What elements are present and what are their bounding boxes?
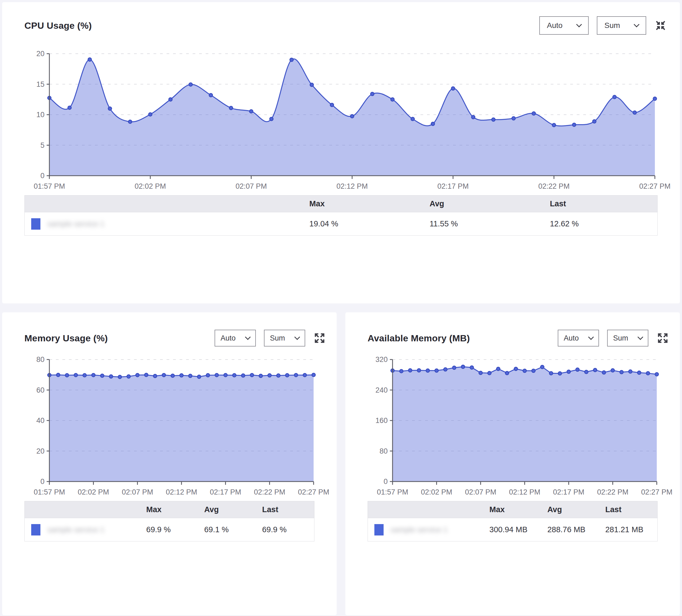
memory-interval-select[interactable]: Auto [214,330,256,347]
avg-value: 11.55 % [430,212,550,236]
cpu-aggregation-select-value: Sum [605,21,620,30]
max-value: 19.04 % [309,212,429,236]
svg-text:320: 320 [376,355,388,363]
available-memory-panel: Available Memory (MB) Auto Sum [345,312,680,615]
svg-text:02:22 PM: 02:22 PM [254,488,286,496]
svg-text:0: 0 [40,477,45,485]
cpu-interval-select[interactable]: Auto [539,16,589,35]
available-memory-panel-header: Available Memory (MB) Auto Sum [345,312,680,347]
memory-usage-chart[interactable]: 02040608001:57 PM02:02 PM02:07 PM02:12 P… [24,356,317,499]
svg-text:02:07 PM: 02:07 PM [122,488,153,496]
chevron-down-icon [294,334,300,340]
svg-text:02:17 PM: 02:17 PM [553,488,585,496]
cpu-interval-select-value: Auto [547,21,563,30]
table-row[interactable]: sample service 1 300.94 MB 288.76 MB 281… [368,518,658,541]
svg-text:80: 80 [36,355,45,363]
chevron-down-icon [588,334,594,340]
chevron-down-icon [637,334,643,340]
available-memory-panel-controls: Auto Sum [558,330,669,347]
last-value: 281.21 MB [605,518,657,541]
svg-text:02:27 PM: 02:27 PM [298,488,329,496]
avg-column-header: Avg [204,501,262,518]
svg-text:02:22 PM: 02:22 PM [597,488,629,496]
svg-text:02:02 PM: 02:02 PM [421,488,453,496]
svg-text:15: 15 [36,80,45,88]
available-memory-aggregation-select[interactable]: Sum [607,330,649,347]
svg-text:02:02 PM: 02:02 PM [135,182,166,190]
memory-panel-header: Memory Usage (%) Auto Sum [2,312,337,347]
svg-text:10: 10 [36,111,45,119]
expand-icon[interactable] [313,332,326,344]
table-row[interactable]: sample service 1 69.9 % 69.1 % 69.9 % [25,518,314,541]
available-memory-chart-area: 08016024032001:57 PM02:02 PM02:07 PM02:1… [345,356,680,499]
memory-panel-controls: Auto Sum [214,330,326,347]
series-color-swatch [31,524,40,536]
cpu-aggregation-select[interactable]: Sum [597,16,646,35]
avg-column-header: Avg [547,501,606,518]
series-label-redacted: sample service 1 [47,220,105,228]
available-memory-interval-select-value: Auto [564,334,579,342]
svg-text:160: 160 [376,417,388,425]
series-legend: sample service 1 [25,524,146,536]
max-column-header: Max [309,195,429,212]
svg-text:02:12 PM: 02:12 PM [509,488,540,496]
cpu-summary-table: Max Avg Last sample service 1 19.04 % 11… [24,195,658,236]
svg-text:5: 5 [40,141,45,149]
series-color-swatch [31,218,40,230]
cpu-usage-chart[interactable]: 0510152001:57 PM02:02 PM02:07 PM02:12 PM… [24,50,659,193]
series-legend: sample service 1 [368,524,490,536]
max-value: 300.94 MB [490,518,547,541]
avg-value: 69.1 % [204,518,262,541]
memory-usage-panel: Memory Usage (%) Auto Sum 0204 [2,312,337,615]
svg-text:80: 80 [380,447,388,455]
svg-text:02:27 PM: 02:27 PM [639,182,670,190]
series-label-redacted: sample service 1 [391,525,448,534]
cpu-usage-panel: CPU Usage (%) Auto Sum 0510152001:57 PM0… [2,2,680,303]
max-column-header: Max [146,501,204,518]
svg-text:20: 20 [36,50,45,58]
table-row[interactable]: sample service 1 19.04 % 11.55 % 12.62 % [25,212,658,236]
memory-panel-title: Memory Usage (%) [24,333,214,343]
max-value: 69.9 % [146,518,204,541]
svg-text:0: 0 [40,172,45,180]
memory-aggregation-select-value: Sum [270,334,285,342]
svg-text:02:27 PM: 02:27 PM [641,488,673,496]
available-memory-panel-title: Available Memory (MB) [368,333,558,343]
svg-text:02:17 PM: 02:17 PM [210,488,242,496]
svg-text:60: 60 [36,386,45,394]
svg-text:240: 240 [376,386,388,394]
table-header-row: Max Avg Last [25,501,314,518]
memory-interval-select-value: Auto [221,334,236,342]
avg-column-header: Avg [430,195,550,212]
svg-text:20: 20 [36,447,45,455]
svg-text:0: 0 [384,477,388,485]
collapse-icon[interactable] [654,19,667,32]
last-value: 12.62 % [550,212,658,236]
series-legend: sample service 1 [25,218,309,230]
expand-icon[interactable] [657,332,669,344]
max-column-header: Max [490,501,547,518]
cpu-panel-header: CPU Usage (%) Auto Sum [2,2,680,35]
memory-aggregation-select[interactable]: Sum [264,330,305,347]
cpu-panel-controls: Auto Sum [539,16,667,35]
available-memory-chart[interactable]: 08016024032001:57 PM02:02 PM02:07 PM02:1… [368,356,661,499]
svg-text:02:07 PM: 02:07 PM [235,182,267,190]
available-memory-aggregation-select-value: Sum [613,334,628,342]
svg-text:02:17 PM: 02:17 PM [437,182,469,190]
last-value: 69.9 % [262,518,314,541]
svg-text:02:22 PM: 02:22 PM [538,182,570,190]
last-column-header: Last [550,195,658,212]
series-label-redacted: sample service 1 [47,525,105,534]
available-memory-interval-select[interactable]: Auto [558,330,599,347]
cpu-chart-area: 0510152001:57 PM02:02 PM02:07 PM02:12 PM… [2,50,680,193]
last-column-header: Last [262,501,314,518]
chevron-down-icon [576,21,582,27]
chevron-down-icon [245,334,251,340]
svg-text:01:57 PM: 01:57 PM [33,488,65,496]
svg-text:40: 40 [36,417,45,425]
page-title: CPU Usage (%) [24,20,539,31]
bottom-panels-row: Memory Usage (%) Auto Sum 0204 [2,312,680,615]
table-header-row: Max Avg Last [368,501,658,518]
available-memory-summary-table: Max Avg Last sample service 1 300.94 MB … [368,501,658,541]
svg-text:01:57 PM: 01:57 PM [377,488,408,496]
